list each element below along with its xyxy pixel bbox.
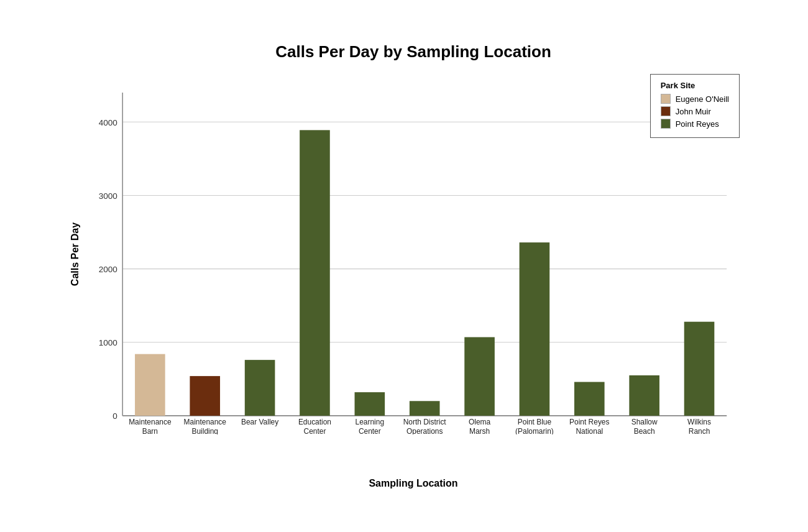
svg-rect-18 bbox=[300, 130, 330, 416]
legend-swatch-point bbox=[661, 119, 671, 129]
x-axis-label: Sampling Location bbox=[87, 478, 740, 489]
svg-rect-20 bbox=[355, 392, 385, 416]
legend-label-eugene: Eugene O'Neill bbox=[676, 94, 729, 104]
chart-container: Calls Per Day by Sampling Location Calls… bbox=[31, 17, 777, 515]
legend-swatch-john bbox=[661, 106, 671, 116]
legend-box: Park Site Eugene O'Neill John Muir Point… bbox=[650, 74, 740, 138]
legend-item-john: John Muir bbox=[661, 106, 729, 116]
svg-rect-16 bbox=[245, 360, 275, 416]
legend-swatch-eugene bbox=[661, 94, 671, 104]
svg-text:4000: 4000 bbox=[99, 118, 117, 127]
svg-text:2000: 2000 bbox=[99, 265, 117, 274]
svg-text:Bear Valley: Bear Valley bbox=[241, 418, 278, 426]
svg-text:1000: 1000 bbox=[99, 338, 117, 347]
svg-rect-24 bbox=[464, 337, 495, 415]
svg-rect-30 bbox=[629, 375, 659, 416]
svg-text:MaintenanceBarn: MaintenanceBarn bbox=[129, 418, 172, 434]
svg-rect-26 bbox=[520, 242, 550, 416]
legend-label-point: Point Reyes bbox=[676, 119, 719, 129]
y-axis-label: Calls Per Day bbox=[70, 222, 81, 286]
svg-text:Point Blue(Palomarin): Point Blue(Palomarin) bbox=[515, 418, 554, 434]
legend-label-john: John Muir bbox=[676, 107, 711, 116]
legend-item-point: Point Reyes bbox=[661, 119, 729, 129]
chart-title: Calls Per Day by Sampling Location bbox=[87, 42, 740, 62]
svg-rect-28 bbox=[574, 382, 605, 416]
svg-text:North DistrictOperationsCenter: North DistrictOperationsCenter bbox=[403, 418, 447, 434]
svg-rect-12 bbox=[135, 354, 165, 416]
legend-item-eugene: Eugene O'Neill bbox=[661, 94, 729, 104]
svg-rect-32 bbox=[684, 322, 715, 416]
svg-text:0: 0 bbox=[112, 411, 117, 421]
svg-text:LearningCenter: LearningCenter bbox=[356, 418, 384, 434]
svg-text:WilkinsRanch: WilkinsRanch bbox=[687, 418, 711, 434]
svg-text:EducationCenter: EducationCenter bbox=[298, 418, 331, 434]
svg-rect-14 bbox=[190, 376, 220, 416]
svg-text:Point ReyesNationalSeashoreAss: Point ReyesNationalSeashoreAssociation bbox=[569, 418, 609, 434]
svg-text:MaintenanceBuilding: MaintenanceBuilding bbox=[184, 418, 227, 434]
svg-text:3000: 3000 bbox=[99, 191, 117, 201]
svg-text:OlemaMarsh: OlemaMarsh bbox=[469, 418, 491, 434]
svg-text:ShallowBeach: ShallowBeach bbox=[631, 418, 658, 434]
svg-rect-22 bbox=[410, 401, 440, 416]
legend-title: Park Site bbox=[661, 81, 729, 90]
chart-svg: 01000200030004000MaintenanceBarnMaintena… bbox=[87, 74, 740, 434]
chart-area: Calls Per Day Park Site Eugene O'Neill J… bbox=[87, 74, 740, 434]
